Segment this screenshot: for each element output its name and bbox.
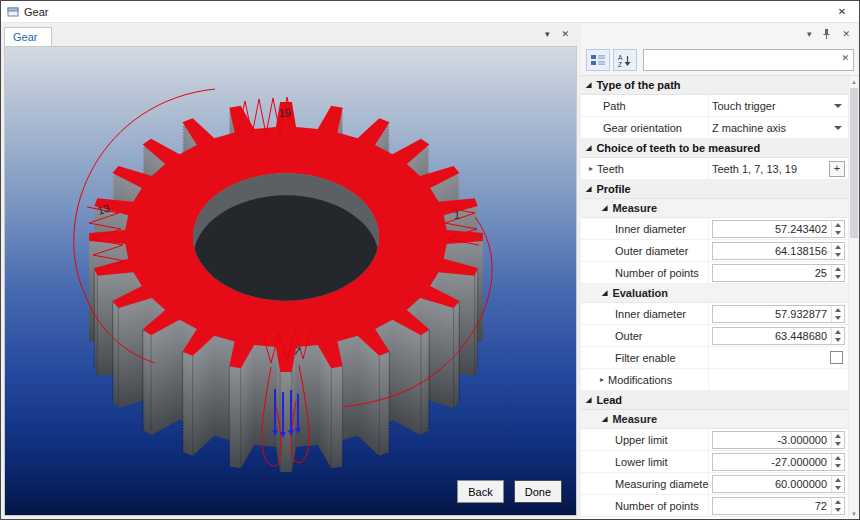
prop-row-outer-diameter[interactable]: Outer diameter64.138156 [581, 240, 848, 262]
prop-row-profile[interactable]: ◢Profile [581, 180, 848, 199]
scrollbar-thumb[interactable] [850, 88, 858, 238]
spinner-buttons [831, 243, 844, 259]
window-menu-icon[interactable]: ▾ [807, 30, 812, 39]
tab-gear[interactable]: Gear [4, 27, 52, 46]
alphabetical-sort-button[interactable]: A Z [613, 49, 637, 71]
vertical-scrollbar[interactable]: ▲ ▼ [848, 76, 859, 519]
spin-down-button[interactable] [832, 251, 844, 259]
prop-label: ▸Teeth [581, 158, 709, 179]
up-arrow-icon [835, 267, 841, 271]
spin-down-button[interactable] [832, 336, 844, 344]
checkbox[interactable] [830, 351, 843, 364]
spin-down-button[interactable] [832, 229, 844, 237]
add-button[interactable]: + [829, 161, 845, 177]
viewport-3d[interactable]: 191371 Back Done [4, 46, 577, 516]
spin-up-button[interactable] [832, 221, 844, 229]
search-input[interactable] [643, 49, 854, 71]
done-button[interactable]: Done [514, 480, 562, 503]
dropdown[interactable]: Z machine axis [712, 117, 845, 138]
prop-row-path[interactable]: PathTouch trigger [581, 95, 848, 117]
spin-up-button[interactable] [832, 306, 844, 314]
spin-up-button[interactable] [832, 328, 844, 336]
prop-row-measure[interactable]: ◢Measure [581, 410, 848, 429]
close-icon[interactable]: ✕ [825, 1, 859, 22]
number-input[interactable]: 63.448680 [712, 327, 845, 345]
number-input[interactable]: 60.000000 [712, 475, 845, 493]
clear-search-icon[interactable]: ✕ [841, 54, 849, 63]
prop-label: Inner diameter [581, 303, 709, 324]
spinner-buttons [831, 498, 844, 514]
number-input[interactable]: 72 [712, 497, 845, 515]
prop-row-evaluation[interactable]: ◢Evaluation [581, 284, 848, 303]
prop-row-inner-diameter[interactable]: Inner diameter57.243402 [581, 218, 848, 240]
number-input[interactable]: 25 [712, 264, 845, 282]
spinner-buttons [831, 454, 844, 470]
spin-down-button[interactable] [832, 314, 844, 322]
spin-up-button[interactable] [832, 265, 844, 273]
expander-icon[interactable]: ◢ [602, 415, 607, 423]
prop-row-upper-limit[interactable]: Upper limit-3.000000 [581, 429, 848, 451]
spin-down-button[interactable] [832, 273, 844, 281]
expander-icon[interactable]: ▸ [600, 375, 604, 384]
back-button[interactable]: Back [457, 480, 503, 503]
tooth-number-label: 1 [454, 209, 460, 221]
expander-icon[interactable]: ◢ [602, 204, 607, 212]
prop-value: -27.000000 [709, 451, 848, 472]
prop-value: -3.000000 [709, 429, 848, 450]
prop-row-teeth[interactable]: ▸TeethTeeth 1, 7, 13, 19+ [581, 158, 848, 180]
spinner-buttons [831, 265, 844, 281]
prop-row-gear-orientation[interactable]: Gear orientationZ machine axis [581, 117, 848, 139]
close-icon[interactable]: ✕ [842, 30, 850, 39]
scroll-down-icon[interactable]: ▼ [849, 508, 859, 519]
spin-up-button[interactable] [832, 243, 844, 251]
chevron-down-icon[interactable]: ▾ [545, 29, 550, 39]
expander-icon[interactable]: ◢ [586, 144, 591, 152]
number-input[interactable]: -27.000000 [712, 453, 845, 471]
prop-row-outer[interactable]: Outer63.448680 [581, 325, 848, 347]
prop-row-measure[interactable]: ◢Measure [581, 199, 848, 218]
prop-row-modifications[interactable]: ▸Modifications [581, 369, 848, 391]
prop-value [709, 347, 848, 368]
prop-row-inner-diameter[interactable]: Inner diameter57.932877 [581, 303, 848, 325]
scroll-up-icon[interactable]: ▲ [849, 76, 859, 87]
number-input[interactable]: 57.932877 [712, 305, 845, 323]
number-input[interactable]: 64.138156 [712, 242, 845, 260]
prop-row-choice-of-teeth-to-be-measured[interactable]: ◢Choice of teeth to be measured [581, 139, 848, 158]
down-arrow-icon [835, 442, 841, 446]
pin-icon[interactable] [821, 28, 832, 40]
prop-row-number-of-points[interactable]: Number of points25 [581, 262, 848, 284]
spin-down-button[interactable] [832, 484, 844, 492]
number-input[interactable]: -3.000000 [712, 431, 845, 449]
svg-text:Z: Z [618, 61, 622, 67]
titlebar: Gear ✕ [1, 1, 859, 23]
expander-icon[interactable]: ◢ [602, 289, 607, 297]
spin-up-button[interactable] [832, 476, 844, 484]
prop-row-number-of-points[interactable]: Number of points72 [581, 495, 848, 517]
expander-icon[interactable]: ◢ [586, 81, 591, 89]
prop-row-measuring-diameter[interactable]: Measuring diameter60.000000 [581, 473, 848, 495]
spin-up-button[interactable] [832, 498, 844, 506]
number-input[interactable]: 57.243402 [712, 220, 845, 238]
spin-down-button[interactable] [832, 440, 844, 448]
app-icon [7, 6, 19, 18]
category-label: Profile [596, 183, 630, 195]
down-arrow-icon [835, 486, 841, 490]
spinner-buttons [831, 306, 844, 322]
spin-up-button[interactable] [832, 454, 844, 462]
spin-down-button[interactable] [832, 506, 844, 514]
close-icon[interactable]: ✕ [561, 29, 569, 39]
expander-icon[interactable]: ▸ [589, 164, 593, 173]
prop-row-type-of-the-path[interactable]: ◢Type of the path [581, 76, 848, 95]
expander-icon[interactable]: ◢ [586, 185, 591, 193]
spin-down-button[interactable] [832, 462, 844, 470]
categorized-view-button[interactable] [586, 49, 610, 71]
chevron-down-icon [834, 104, 842, 108]
prop-row-lower-limit[interactable]: Lower limit-27.000000 [581, 451, 848, 473]
dropdown[interactable]: Touch trigger [712, 95, 845, 116]
prop-label: Gear orientation [581, 117, 709, 138]
spin-up-button[interactable] [832, 432, 844, 440]
prop-row-filter-enable[interactable]: Filter enable [581, 347, 848, 369]
expander-icon[interactable]: ◢ [586, 396, 591, 404]
prop-row-lead[interactable]: ◢Lead [581, 391, 848, 410]
tooth-number-label: 19 [278, 106, 291, 119]
